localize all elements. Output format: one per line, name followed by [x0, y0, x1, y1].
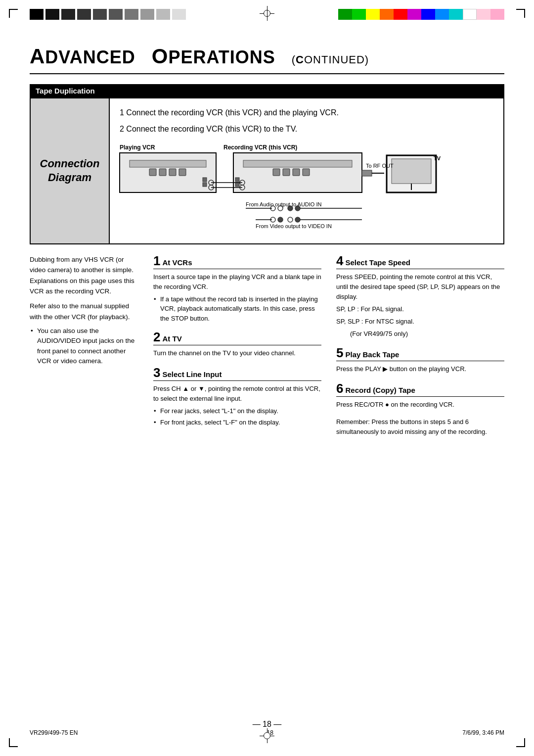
- step5-title: Play Back Tape: [345, 350, 399, 359]
- footer-right: 7/6/99, 3:46 PM: [462, 729, 504, 736]
- svg-rect-7: [203, 183, 207, 187]
- page-wrapper: ADVANCED OPERATIONS (CONTINUED) Tape Dup…: [0, 0, 534, 756]
- svg-rect-6: [203, 178, 207, 182]
- svg-rect-1: [130, 160, 206, 167]
- svg-point-38: [288, 217, 293, 222]
- step4-num: 4: [336, 254, 343, 267]
- step2-title: At TV: [162, 334, 181, 343]
- step5-text: Press the PLAY ▶ button on the playing V…: [336, 364, 504, 374]
- footer-left: VR299/499-75 EN: [30, 729, 78, 736]
- step6-num: 6: [336, 382, 343, 395]
- svg-text:TV: TV: [434, 155, 441, 161]
- step2-header: 2 At TV: [153, 331, 321, 345]
- crosshair-circle: [264, 10, 270, 17]
- diagram-step1: 1 Connect the recording VCR (this VCR) a…: [120, 106, 493, 120]
- svg-text:To RF OUT: To RF OUT: [366, 163, 394, 169]
- step3-header: 3 Select Line Input: [153, 366, 321, 381]
- step3-num: 3: [153, 366, 160, 379]
- step4-sp-slp: SP, SLP : For NTSC signal.: [336, 317, 504, 327]
- page-title: ADVANCED OPERATIONS (CONTINUED): [30, 45, 504, 74]
- page-number: — 18 —: [253, 720, 282, 729]
- step6-header: 6 Record (Copy) Tape: [336, 382, 504, 397]
- step1-block: 1 At VCRs Insert a source tape in the pl…: [153, 254, 321, 324]
- step2-block: 2 At TV Turn the channel on the TV to yo…: [153, 331, 321, 358]
- title-word2: PERATIONS: [168, 47, 275, 67]
- svg-rect-16: [235, 178, 239, 182]
- svg-rect-4: [169, 169, 176, 176]
- step1-title: At VCRs: [162, 258, 192, 267]
- diagram-step2: 2 Connect the recording VCR (this VCR) t…: [120, 122, 493, 137]
- svg-rect-11: [243, 160, 352, 167]
- recording-vcr-label: Recording VCR (this VCR): [223, 144, 297, 151]
- intro-bullet1: You can also use the AUDIO/VIDEO input j…: [30, 326, 138, 366]
- page-content: ADVANCED OPERATIONS (CONTINUED) Tape Dup…: [30, 45, 504, 437]
- intro-para1: Dubbing from any VHS VCR (or video camer…: [30, 254, 138, 297]
- right-column: 4 Select Tape Speed Press SPEED, pointin…: [336, 254, 504, 437]
- step1-bullet1: If a tape without the record tab is inse…: [153, 294, 321, 324]
- intro-text: Dubbing from any VHS VCR (or video camer…: [30, 254, 138, 367]
- playing-vcr-label: Playing VCR: [120, 144, 223, 151]
- color-bar: [338, 9, 504, 20]
- step1-header: 1 At VCRs: [153, 254, 321, 269]
- svg-rect-20: [362, 170, 372, 176]
- step1-num: 1: [153, 254, 160, 267]
- bottom-crosshair: [260, 728, 274, 743]
- step6-body: Press REC/OTR ● on the recording VCR.: [336, 400, 504, 410]
- svg-rect-0: [120, 153, 216, 192]
- step4-title: Select Tape Speed: [345, 258, 410, 267]
- svg-rect-23: [392, 159, 431, 184]
- step6-text: Press REC/OTR ● on the recording VCR.: [336, 400, 504, 410]
- svg-rect-5: [179, 169, 186, 176]
- diagram-steps: 1 Connect the recording VCR (this VCR) a…: [120, 106, 493, 137]
- corner-mark-tl: [9, 9, 18, 18]
- svg-rect-15: [303, 169, 310, 176]
- step2-text: Turn the channel on the TV to your video…: [153, 348, 321, 358]
- step3-text: Press CH ▲ or ▼, pointing the remote con…: [153, 384, 321, 404]
- bottom-crosshair-circle: [264, 732, 270, 739]
- step5-block: 5 Play Back Tape Press the PLAY ▶ button…: [336, 346, 504, 374]
- title-letter-o: O: [152, 45, 169, 68]
- title-continued: C: [296, 53, 304, 66]
- svg-text:From Audio output to AUDIO IN: From Audio output to AUDIO IN: [246, 201, 322, 207]
- step4-header: 4 Select Tape Speed: [336, 254, 504, 269]
- svg-point-39: [295, 217, 300, 222]
- step3-bullet2: For front jacks, select "L-F" on the dis…: [153, 418, 321, 427]
- top-crosshair: [260, 6, 274, 21]
- note-block: Remember: Press the buttons in steps 5 a…: [336, 417, 504, 437]
- vcr-connection-svg: TV To RF OUT From Audio outpu: [120, 153, 456, 235]
- step3-block: 3 Select Line Input Press CH ▲ or ▼, poi…: [153, 366, 321, 427]
- step4-vr499: (For VR499/75 only): [336, 329, 504, 339]
- step1-body: Insert a source tape in the playing VCR …: [153, 272, 321, 324]
- step4-text: Press SPEED, pointing the remote control…: [336, 272, 504, 302]
- corner-mark-bl: [9, 738, 18, 747]
- intro-bullets: You can also use the AUDIO/VIDEO input j…: [30, 326, 138, 366]
- main-content: Dubbing from any VHS VCR (or video camer…: [30, 254, 504, 437]
- step2-body: Turn the channel on the TV to your video…: [153, 348, 321, 358]
- step1-text: Insert a source tape in the playing VCR …: [153, 272, 321, 292]
- middle-column: 1 At VCRs Insert a source tape in the pl…: [153, 254, 321, 437]
- svg-rect-2: [149, 169, 156, 176]
- svg-rect-17: [235, 183, 239, 187]
- step4-block: 4 Select Tape Speed Press SPEED, pointin…: [336, 254, 504, 339]
- svg-rect-13: [283, 169, 290, 176]
- registration-bar: [30, 9, 186, 20]
- svg-rect-12: [273, 169, 280, 176]
- corner-mark-br: [516, 738, 525, 747]
- corner-mark-tr: [516, 9, 525, 18]
- step5-num: 5: [336, 346, 343, 359]
- step3-bullet1: For rear jacks, select "L-1" on the disp…: [153, 406, 321, 416]
- step2-num: 2: [153, 331, 160, 343]
- title-letter-a: A: [30, 45, 45, 68]
- intro-para2: Refer also to the manual supplied with t…: [30, 301, 138, 322]
- step5-body: Press the PLAY ▶ button on the playing V…: [336, 364, 504, 374]
- title-continued2: ONTINUED: [304, 53, 365, 66]
- left-column: Dubbing from any VHS VCR (or video camer…: [30, 254, 138, 437]
- connection-diagram-box: Connection Diagram 1 Connect the recordi…: [30, 97, 504, 244]
- section-header: Tape Duplication: [30, 84, 504, 97]
- vcr-diagram: Playing VCR Recording VCR (this VCR): [120, 144, 493, 236]
- step4-sp-lp: SP, LP : For PAL signal.: [336, 304, 504, 314]
- svg-text:From Video output to VIDEO IN: From Video output to VIDEO IN: [256, 223, 332, 229]
- step5-header: 5 Play Back Tape: [336, 346, 504, 361]
- diagram-label: Connection Diagram: [31, 98, 110, 243]
- diagram-label-text: Connection Diagram: [40, 157, 100, 185]
